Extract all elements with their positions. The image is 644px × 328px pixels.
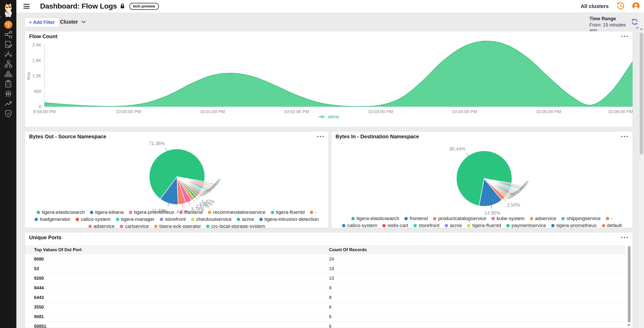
shield-check-icon: [4, 109, 12, 118]
cell-dst-port: 53: [34, 266, 329, 271]
cluster-selector[interactable]: All clusters: [581, 3, 609, 9]
legend-item[interactable]: frontend: [179, 209, 203, 215]
flow-count-menu-button[interactable]: [621, 34, 628, 38]
legend-item[interactable]: tigera-manager: [116, 216, 155, 222]
legend-item[interactable]: frontend: [404, 216, 428, 221]
unique-ports-menu-button[interactable]: [621, 235, 628, 239]
legend-label: tigera-eck-operator: [159, 223, 201, 228]
legend-item[interactable]: acme: [445, 223, 462, 228]
bytes-out-menu-button[interactable]: [317, 134, 324, 138]
legend-dot-icon: [179, 211, 183, 214]
legend-item[interactable]: calico-system: [342, 223, 377, 228]
bytes-in-legend: tigera-elasticsearchfrontendproductcatal…: [336, 216, 628, 228]
refresh-button[interactable]: [631, 18, 639, 26]
add-filter-button[interactable]: + Add Filter: [25, 18, 59, 27]
flow-count-title: Flow Count: [29, 33, 57, 39]
legend-label: crc-local-storage-system: [211, 223, 265, 228]
svg-text:0: 0: [39, 104, 41, 109]
legend-dot-icon: [351, 217, 355, 220]
flow-legend[interactable]: allow: [25, 114, 633, 120]
legend-item[interactable]: checkoutservice: [191, 216, 232, 222]
legend-item[interactable]: -: [310, 209, 317, 215]
main-content: + Add Filter Cluster Time Range From: 15…: [16, 13, 639, 328]
table-scrollbar-thumb[interactable]: [628, 246, 630, 323]
column-header-count: Count Of Records: [329, 247, 625, 252]
legend-label: productcatalogservice: [438, 216, 486, 221]
scrollbar-up-arrow[interactable]: [640, 28, 643, 30]
legend-item[interactable]: tigera-elasticsearch: [351, 216, 399, 221]
flow-count-chart: 06001.2K1.8K2.4K9:59:00 PM10:00:00 PM10:…: [25, 31, 633, 127]
legend-dot-icon: [467, 224, 470, 227]
legend-item[interactable]: recommendationservice: [208, 209, 266, 215]
sidebar-item-flow-logs[interactable]: [0, 39, 16, 49]
legend-label: tigera-kibana: [95, 209, 124, 215]
sidebar-item-topology[interactable]: [0, 59, 16, 69]
sidebar-item-clusters[interactable]: [0, 69, 16, 79]
legend-item[interactable]: acme: [237, 216, 254, 222]
legend-item[interactable]: loadgenerator: [35, 216, 70, 222]
legend-item[interactable]: default: [602, 223, 622, 228]
ellipsis-icon: [621, 136, 628, 137]
legend-item[interactable]: shippingservice: [561, 216, 601, 221]
legend-item[interactable]: paymentservice: [506, 223, 546, 228]
table-scrollbar-down-arrow[interactable]: [627, 324, 630, 326]
legend-item[interactable]: storefront: [413, 223, 439, 228]
legend-item[interactable]: tigera-eck-operator: [154, 223, 201, 228]
legend-item[interactable]: storefront: [160, 216, 186, 222]
calico-logo-icon[interactable]: [2, 3, 15, 17]
legend-label: tigera-fluentd: [472, 223, 501, 228]
bytes-out-card: Bytes Out - Source Namespace 71.38%11.49…: [25, 131, 329, 228]
allow-legend-label: allow: [328, 114, 339, 120]
sidebar-item-security[interactable]: [0, 108, 16, 118]
legend-item[interactable]: tigera-fluentd: [271, 209, 305, 215]
user-menu-button[interactable]: [632, 2, 640, 11]
bytes-in-menu-button[interactable]: [621, 134, 628, 138]
svg-text:10:04:00 PM: 10:04:00 PM: [452, 109, 477, 114]
legend-item[interactable]: adservice: [530, 216, 556, 221]
cluster-filter-label: Cluster: [60, 19, 78, 25]
table-row: 64438: [25, 293, 625, 303]
molecule-icon: [4, 50, 12, 58]
legend-item[interactable]: adservice: [88, 223, 115, 228]
legend-dot-icon: [404, 217, 408, 220]
sidebar-item-dashboard[interactable]: [0, 20, 16, 30]
legend-label: acme: [450, 223, 462, 228]
legend-dot-icon: [116, 218, 119, 221]
legend-item[interactable]: tigera-intrusion-detection: [259, 216, 319, 222]
hamburger-menu-icon[interactable]: [23, 4, 30, 9]
legend-item[interactable]: cartservice: [120, 223, 149, 228]
service-graph-icon: [4, 30, 12, 39]
history-icon: [616, 2, 625, 10]
legend-item[interactable]: productcatalogservice: [433, 216, 486, 221]
svg-text:10:06:00 PM: 10:06:00 PM: [608, 109, 633, 114]
legend-dot-icon: [90, 211, 93, 214]
legend-item[interactable]: tigera-fluentd: [467, 223, 501, 228]
legend-item[interactable]: calico-system: [76, 216, 111, 222]
legend-item[interactable]: redis-cart: [382, 223, 408, 228]
allow-legend-marker-icon: [318, 115, 326, 118]
sidebar-item-network-graph[interactable]: [0, 49, 16, 59]
cell-dst-port: 3550: [34, 305, 329, 310]
legend-dot-icon: [445, 224, 448, 227]
legend-item[interactable]: tigera-kibana: [90, 209, 124, 215]
legend-item[interactable]: tigera-elasticsearch: [37, 209, 85, 215]
legend-item[interactable]: kube-system: [491, 216, 525, 221]
sidebar: [0, 0, 16, 328]
tech-preview-badge: tech preview: [129, 3, 159, 10]
legend-dot-icon: [76, 218, 79, 221]
history-button[interactable]: [616, 2, 625, 11]
page-scrollbar[interactable]: [639, 13, 644, 328]
legend-item[interactable]: crc-local-storage-system: [206, 223, 265, 228]
scrollbar-thumb[interactable]: [640, 32, 643, 154]
sidebar-item-service-graph[interactable]: [0, 30, 16, 39]
legend-item[interactable]: tigera-prometheus: [551, 223, 596, 228]
legend-label: paymentservice: [511, 223, 546, 228]
sidebar-item-reports[interactable]: [0, 89, 16, 99]
sidebar-item-trends[interactable]: [0, 99, 16, 108]
legend-item[interactable]: tigera-prometheus: [129, 209, 174, 215]
svg-text:14.95%: 14.95%: [484, 210, 500, 216]
sidebar-item-compliance[interactable]: [0, 79, 16, 89]
legend-item[interactable]: -: [606, 216, 613, 221]
cluster-filter-dropdown[interactable]: Cluster: [60, 19, 86, 25]
legend-label: kube-system: [497, 216, 525, 221]
